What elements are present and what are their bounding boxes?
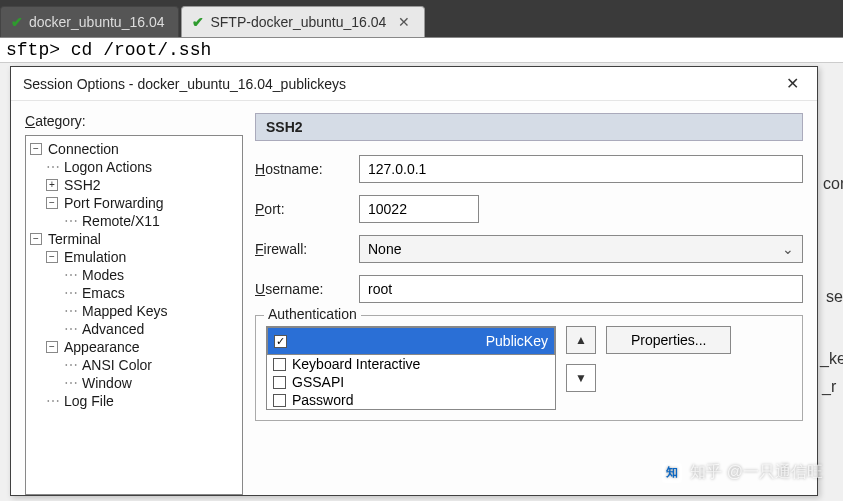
arrow-down-icon: ▼ <box>575 371 587 385</box>
properties-button[interactable]: Properties... <box>606 326 731 354</box>
port-label: Port: <box>255 201 359 217</box>
tab-docker[interactable]: ✔ docker_ubuntu_16.04 <box>0 6 179 37</box>
tree-item-mapped-keys[interactable]: Mapped Keys <box>82 303 168 319</box>
hostname-label: Hostname: <box>255 161 359 177</box>
tree-item-connection[interactable]: Connection <box>48 141 119 157</box>
tree-item-ansi-color[interactable]: ANSI Color <box>82 357 152 373</box>
collapse-icon[interactable]: − <box>46 197 58 209</box>
tab-sftp-docker[interactable]: ✔ SFTP-docker_ubuntu_16.04 ✕ <box>181 6 425 37</box>
firewall-select[interactable]: None ⌄ <box>359 235 803 263</box>
tree-item-terminal[interactable]: Terminal <box>48 231 101 247</box>
bg-text: cor <box>823 175 843 193</box>
bg-text: _ke <box>820 350 843 368</box>
arrow-up-icon: ▲ <box>575 333 587 347</box>
port-input[interactable] <box>359 195 479 223</box>
tree-item-emulation[interactable]: Emulation <box>64 249 126 265</box>
bg-text: _r <box>822 378 836 396</box>
username-input[interactable] <box>359 275 803 303</box>
collapse-icon[interactable]: − <box>30 233 42 245</box>
tree-item-appearance[interactable]: Appearance <box>64 339 140 355</box>
chevron-down-icon: ⌄ <box>782 241 794 257</box>
auth-option-password[interactable]: Password <box>267 391 555 409</box>
collapse-icon[interactable]: − <box>30 143 42 155</box>
close-button[interactable]: ✕ <box>780 74 805 93</box>
move-up-button[interactable]: ▲ <box>566 326 596 354</box>
bg-text: se <box>826 288 843 306</box>
expand-icon[interactable]: + <box>46 179 58 191</box>
tree-item-remote-x11[interactable]: Remote/X11 <box>82 213 160 229</box>
check-icon: ✔ <box>11 14 23 30</box>
username-label: Username: <box>255 281 359 297</box>
tab-label: docker_ubuntu_16.04 <box>29 14 164 30</box>
check-icon: ✔ <box>192 14 204 30</box>
close-icon[interactable]: ✕ <box>398 14 410 30</box>
firewall-label: Firewall: <box>255 241 359 257</box>
authentication-legend: Authentication <box>264 306 361 322</box>
firewall-value: None <box>368 241 401 257</box>
collapse-icon[interactable]: − <box>46 251 58 263</box>
session-options-dialog: Session Options - docker_ubuntu_16.04_pu… <box>10 66 818 496</box>
tree-item-advanced[interactable]: Advanced <box>82 321 144 337</box>
settings-pane: SSH2 Hostname: Port: Firewall: None ⌄ Us… <box>255 113 803 495</box>
watermark: 知 知乎 @一只通信旺 <box>662 462 823 483</box>
tab-strip: ✔ docker_ubuntu_16.04 ✔ SFTP-docker_ubun… <box>0 0 843 38</box>
dialog-titlebar: Session Options - docker_ubuntu_16.04_pu… <box>11 67 817 101</box>
section-header-ssh2: SSH2 <box>255 113 803 141</box>
auth-option-keyboard-interactive[interactable]: Keyboard Interactive <box>267 355 555 373</box>
terminal-prompt-line: sftp> cd /root/.ssh <box>0 38 843 63</box>
category-tree[interactable]: −Connection ⋯Logon Actions +SSH2 −Port F… <box>25 135 243 495</box>
watermark-text: 知乎 @一只通信旺 <box>690 462 823 483</box>
tree-item-emacs[interactable]: Emacs <box>82 285 125 301</box>
collapse-icon[interactable]: − <box>46 341 58 353</box>
zhihu-logo-icon: 知 <box>662 463 682 483</box>
tree-item-port-forwarding[interactable]: Port Forwarding <box>64 195 164 211</box>
tree-item-log-file[interactable]: Log File <box>64 393 114 409</box>
auth-option-gssapi[interactable]: GSSAPI <box>267 373 555 391</box>
authentication-group: Authentication ✓ PublicKey Keyboard Inte… <box>255 315 803 421</box>
category-column: Category: −Connection ⋯Logon Actions +SS… <box>25 113 243 495</box>
move-down-button[interactable]: ▼ <box>566 364 596 392</box>
tree-item-ssh2[interactable]: SSH2 <box>64 177 101 193</box>
checkbox-icon[interactable] <box>273 394 286 407</box>
hostname-input[interactable] <box>359 155 803 183</box>
checkbox-icon[interactable]: ✓ <box>274 335 287 348</box>
tree-item-logon-actions[interactable]: Logon Actions <box>64 159 152 175</box>
tab-label: SFTP-docker_ubuntu_16.04 <box>210 14 386 30</box>
checkbox-icon[interactable] <box>273 358 286 371</box>
checkbox-icon[interactable] <box>273 376 286 389</box>
auth-option-publickey[interactable]: ✓ PublicKey <box>267 327 555 355</box>
tree-item-window[interactable]: Window <box>82 375 132 391</box>
dialog-title: Session Options - docker_ubuntu_16.04_pu… <box>23 76 346 92</box>
authentication-list[interactable]: ✓ PublicKey Keyboard Interactive GSSAPI <box>266 326 556 410</box>
category-label: Category: <box>25 113 243 129</box>
tree-item-modes[interactable]: Modes <box>82 267 124 283</box>
